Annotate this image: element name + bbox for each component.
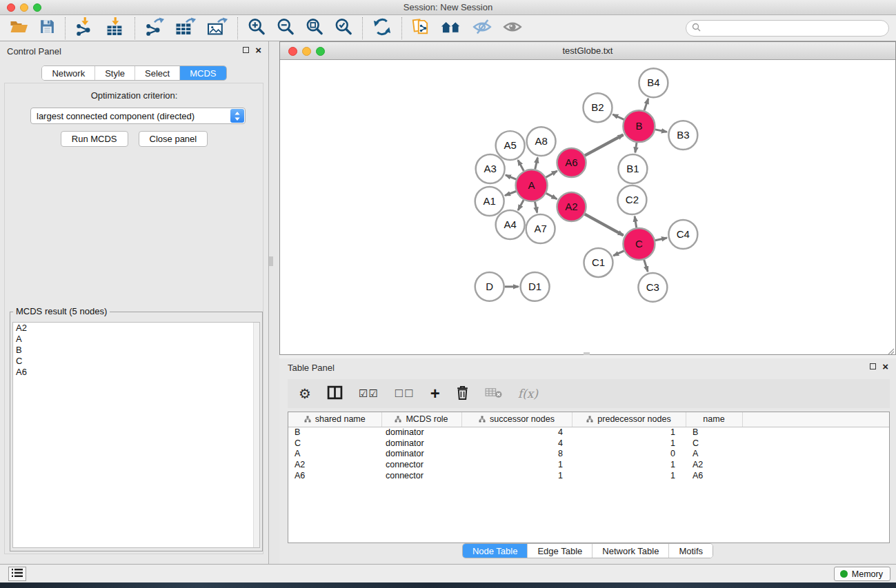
graph-edge-A-A7[interactable] [535, 202, 537, 213]
network-canvas[interactable]: B4B2BB3A8A5A6B1A3AC2A1A2A4A7C4CC1C3DD1 [280, 60, 895, 354]
apply-layout-refresh-button[interactable] [367, 17, 397, 39]
result-list-scrollbar[interactable] [253, 323, 259, 547]
graph-edge-A-A6[interactable] [546, 171, 557, 177]
resize-corner-icon[interactable] [886, 345, 895, 354]
search-input[interactable] [704, 21, 888, 35]
cell-shared-name[interactable]: A [288, 448, 381, 459]
close-panel-button[interactable]: Close panel [139, 131, 208, 147]
export-network-button[interactable] [139, 17, 170, 39]
graph-edge-B-B3[interactable] [655, 130, 667, 132]
table-tab-node-table[interactable]: Node Table [463, 544, 528, 558]
cell-predecessor-nodes[interactable]: 1 [572, 470, 686, 481]
export-image-button[interactable] [201, 17, 233, 39]
cell-name[interactable]: A2 [686, 459, 742, 470]
cell-successor-nodes[interactable]: 4 [461, 438, 572, 449]
table-tab-motifs[interactable]: Motifs [669, 544, 713, 558]
zoom-selected-button[interactable] [329, 17, 358, 39]
column-header-shared-name[interactable]: shared name [288, 412, 381, 427]
table-settings-button[interactable]: ⚙ [299, 387, 311, 401]
zoom-fit-button[interactable] [300, 17, 329, 39]
cell-predecessor-nodes[interactable]: 0 [572, 448, 686, 459]
float-panel-icon[interactable] [243, 47, 249, 53]
table-tab-network-table[interactable]: Network Table [593, 544, 669, 558]
tab-style[interactable]: Style [95, 66, 135, 80]
table-row[interactable]: Cdominator41C [288, 438, 889, 449]
cell-shared-name[interactable]: C [288, 438, 381, 449]
cell-successor-nodes[interactable]: 1 [461, 470, 572, 481]
mcds-result-item[interactable]: B [13, 345, 259, 356]
function-builder-button[interactable]: f(x) [518, 387, 538, 401]
cell-shared-name[interactable]: A6 [288, 470, 381, 481]
export-table-button[interactable] [170, 17, 201, 39]
first-neighbors-button[interactable] [435, 17, 467, 39]
graph-edge-C-C2[interactable] [635, 216, 637, 228]
graph-edge-A-A4[interactable] [518, 200, 524, 210]
show-all-button[interactable] [497, 17, 528, 39]
panel-divider-grip[interactable] [269, 256, 273, 266]
graph-edge-A-A3[interactable] [506, 175, 516, 179]
mcds-result-item[interactable]: C [13, 356, 259, 367]
column-header-MCDS-role[interactable]: MCDS role [381, 412, 461, 427]
float-table-panel-icon[interactable] [870, 363, 876, 369]
table-row[interactable]: Adominator80A [288, 448, 889, 459]
run-mcds-button[interactable]: Run MCDS [61, 131, 128, 147]
table-tab-edge-table[interactable]: Edge Table [528, 544, 593, 558]
close-panel-icon[interactable]: × [255, 46, 261, 54]
cell-MCDS-role[interactable]: dominator [381, 448, 461, 459]
column-header-successor-nodes[interactable]: successor nodes [461, 412, 572, 427]
save-session-button[interactable] [34, 17, 61, 39]
import-network-button[interactable] [70, 17, 100, 39]
graph-edge-A-A5[interactable] [518, 160, 524, 171]
graph-edge-A-A8[interactable] [535, 158, 538, 170]
tab-network[interactable]: Network [42, 66, 95, 80]
table-row[interactable]: Bdominator41B [288, 427, 889, 438]
cell-name[interactable]: C [686, 438, 742, 449]
cell-MCDS-role[interactable]: dominator [381, 427, 461, 438]
graph-edge-C-C3[interactable] [644, 260, 648, 272]
cell-MCDS-role[interactable]: connector [381, 459, 461, 470]
cell-predecessor-nodes[interactable]: 1 [572, 427, 686, 438]
graph-edge-C-C4[interactable] [655, 238, 667, 241]
mcds-result-item[interactable]: A2 [13, 323, 259, 334]
graph-edge-A-A1[interactable] [505, 191, 516, 195]
mcds-result-item[interactable]: A6 [13, 367, 259, 378]
new-network-from-selection-button[interactable] [406, 17, 435, 39]
cell-MCDS-role[interactable]: connector [381, 470, 461, 481]
cell-successor-nodes[interactable]: 1 [461, 459, 572, 470]
select-all-rows-button[interactable]: ☑☑ [359, 387, 379, 400]
column-header-name[interactable]: name [686, 412, 742, 427]
cell-predecessor-nodes[interactable]: 1 [572, 438, 686, 449]
tab-mcds[interactable]: MCDS [180, 66, 226, 80]
cell-name[interactable]: A [686, 448, 742, 459]
mcds-result-item[interactable]: A [13, 334, 259, 345]
graph-edge-A6-B[interactable] [585, 134, 624, 155]
graph-edge-B-B2[interactable] [613, 114, 624, 119]
cell-MCDS-role[interactable]: dominator [381, 438, 461, 449]
cell-shared-name[interactable]: B [288, 427, 381, 438]
open-file-button[interactable] [4, 17, 34, 39]
memory-button[interactable]: Memory [834, 567, 890, 581]
column-header-predecessor-nodes[interactable]: predecessor nodes [572, 412, 686, 427]
cell-name[interactable]: B [686, 427, 742, 438]
import-table-button[interactable] [100, 17, 130, 39]
graph-edge-B-B1[interactable] [635, 143, 637, 152]
task-history-button[interactable] [8, 567, 26, 581]
network-window-titlebar[interactable]: testGlobe.txt [280, 42, 895, 60]
graph-edge-A-A2[interactable] [546, 193, 557, 199]
hide-selected-button[interactable] [467, 17, 497, 39]
cell-name[interactable]: A6 [686, 470, 742, 481]
cell-predecessor-nodes[interactable]: 1 [572, 459, 686, 470]
deselect-all-rows-button[interactable]: ☐☐ [395, 387, 415, 400]
criterion-select[interactable]: largest connected component (directed) [30, 108, 246, 124]
cell-successor-nodes[interactable]: 4 [461, 427, 572, 438]
table-row[interactable]: A2connector11A2 [288, 459, 889, 470]
graph-edge-A2-C[interactable] [585, 214, 624, 236]
tab-select[interactable]: Select [135, 66, 180, 80]
cell-shared-name[interactable]: A2 [288, 459, 381, 470]
add-row-button[interactable]: + [430, 387, 440, 401]
graph-edge-B-B4[interactable] [644, 99, 648, 110]
show-column-button[interactable] [327, 385, 343, 403]
zoom-in-button[interactable] [242, 17, 271, 39]
table-row[interactable]: A6connector11A6 [288, 470, 889, 481]
close-table-panel-icon[interactable]: × [882, 363, 888, 370]
